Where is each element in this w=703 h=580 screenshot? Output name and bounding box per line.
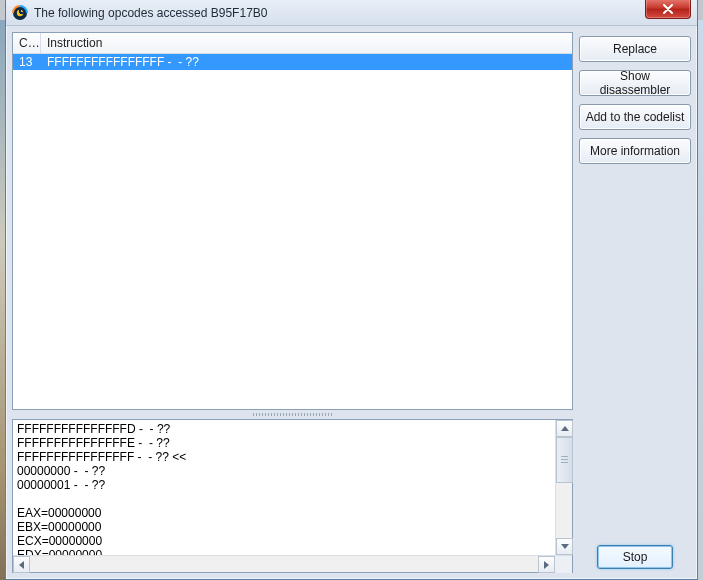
scroll-thumb[interactable] (556, 437, 573, 483)
svg-rect-3 (20, 12, 23, 14)
column-count[interactable]: C... (13, 33, 41, 53)
scroll-right-button[interactable] (538, 556, 555, 573)
stop-button[interactable]: Stop (597, 545, 673, 569)
scrollbar-corner (555, 556, 572, 573)
detail-panel[interactable]: FFFFFFFFFFFFFFFD - - ?? FFFFFFFFFFFFFFFE… (12, 419, 573, 573)
titlebar[interactable]: The following opcodes accessed B95F17B0 (6, 0, 697, 26)
opcode-row-instruction: FFFFFFFFFFFFFFFF - - ?? (41, 54, 572, 70)
window-title: The following opcodes accessed B95F17B0 (34, 6, 267, 20)
opcode-list[interactable]: C... Instruction 13 FFFFFFFFFFFFFFFF - -… (12, 32, 573, 410)
close-button[interactable] (645, 0, 691, 19)
more-information-button[interactable]: More information (579, 138, 691, 164)
opcode-row[interactable]: 13 FFFFFFFFFFFFFFFF - - ?? (13, 54, 572, 70)
replace-button[interactable]: Replace (579, 36, 691, 62)
vertical-scrollbar[interactable] (555, 420, 572, 555)
column-instruction[interactable]: Instruction (41, 33, 572, 53)
app-icon (12, 5, 28, 21)
opcode-list-header: C... Instruction (13, 33, 572, 54)
chevron-right-icon (544, 561, 549, 569)
chevron-up-icon (561, 426, 569, 431)
opcode-row-count: 13 (13, 54, 41, 70)
show-disassembler-button[interactable]: Show disassembler (579, 70, 691, 96)
close-icon (662, 4, 674, 14)
detail-text: FFFFFFFFFFFFFFFD - - ?? FFFFFFFFFFFFFFFE… (13, 420, 555, 555)
horizontal-scrollbar[interactable] (13, 555, 572, 572)
scroll-left-button[interactable] (13, 556, 30, 573)
window: The following opcodes accessed B95F17B0 … (5, 0, 698, 580)
add-to-codelist-button[interactable]: Add to the codelist (579, 104, 691, 130)
scroll-up-button[interactable] (556, 420, 573, 437)
chevron-left-icon (19, 561, 24, 569)
chevron-down-icon (561, 544, 569, 549)
splitter-grip-icon (253, 413, 333, 416)
scroll-down-button[interactable] (556, 538, 573, 555)
splitter[interactable] (12, 411, 573, 418)
